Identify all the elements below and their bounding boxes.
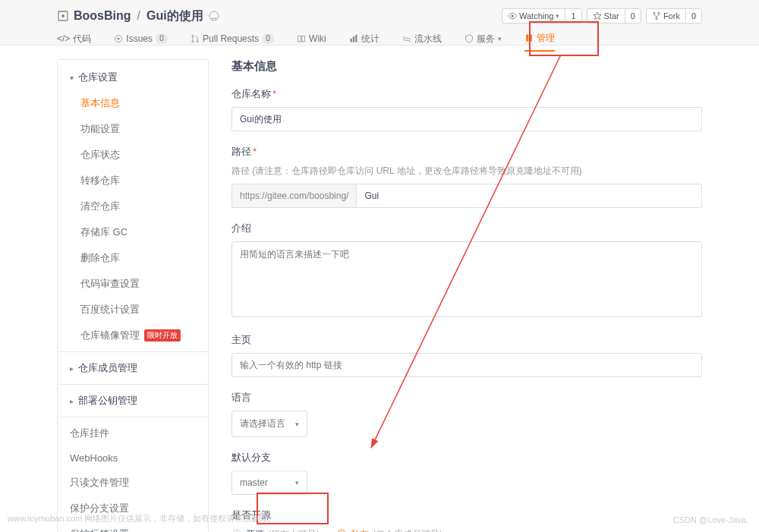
sidebar-item-mirror[interactable]: 仓库镜像管理限时开放 bbox=[58, 323, 208, 348]
radio-icon bbox=[336, 530, 347, 533]
owner-link[interactable]: BoosBing bbox=[74, 9, 131, 23]
sidebar: ▾仓库设置 基本信息 功能设置 仓库状态 转移仓库 清空仓库 存储库 GC 删除… bbox=[57, 59, 209, 532]
branch-select[interactable]: master▾ bbox=[231, 471, 307, 495]
pull-icon bbox=[191, 34, 200, 43]
radio-icon bbox=[231, 530, 242, 533]
svg-point-5 bbox=[658, 12, 660, 14]
sidebar-item-review[interactable]: 代码审查设置 bbox=[58, 271, 208, 297]
code-icon: </> bbox=[57, 33, 70, 44]
watermark-right: CSDN @Love-Java. bbox=[673, 515, 748, 524]
lang-label: 语言 bbox=[231, 391, 702, 405]
tab-stats[interactable]: 统计 bbox=[349, 26, 380, 52]
eye-icon bbox=[508, 11, 517, 20]
sidebar-group-member[interactable]: ▸仓库成员管理 bbox=[58, 355, 208, 381]
tab-pulls[interactable]: Pull Requests0 bbox=[191, 26, 274, 52]
svg-point-9 bbox=[192, 35, 194, 36]
fork-button[interactable]: Fork 0 bbox=[646, 8, 702, 24]
name-input[interactable] bbox=[231, 107, 702, 131]
intro-label: 介绍 bbox=[231, 222, 702, 235]
home-input[interactable] bbox=[231, 353, 702, 377]
repo-title: BoosBing / Gui的使用 bbox=[57, 8, 220, 24]
sidebar-item-basic[interactable]: 基本信息 bbox=[58, 90, 208, 116]
sidebar-group-repo[interactable]: ▾仓库设置 bbox=[58, 65, 208, 90]
services-icon bbox=[465, 34, 474, 43]
svg-rect-16 bbox=[530, 35, 532, 42]
svg-point-2 bbox=[209, 11, 219, 20]
stats-icon bbox=[349, 34, 358, 43]
sidebar-item-feature[interactable]: 功能设置 bbox=[58, 116, 208, 142]
path-hint: 路径 (请注意：仓库路径即仓库访问 URL 地址，更改仓库路径将导致原克隆地址不… bbox=[231, 165, 702, 178]
page-title: 基本信息 bbox=[231, 59, 702, 74]
watching-button[interactable]: Watching ▾ 1 bbox=[502, 8, 582, 24]
limited-tag: 限时开放 bbox=[144, 329, 181, 342]
tab-services[interactable]: 服务 ▾ bbox=[465, 26, 502, 52]
wiki-icon bbox=[297, 34, 306, 43]
path-input[interactable] bbox=[356, 184, 702, 208]
svg-rect-15 bbox=[526, 35, 528, 42]
name-label: 仓库名称* bbox=[231, 87, 702, 101]
issues-icon bbox=[114, 34, 123, 43]
branch-label: 默认分支 bbox=[231, 451, 702, 464]
sidebar-item-webhooks[interactable]: WebHooks bbox=[58, 446, 208, 470]
svg-point-8 bbox=[118, 38, 119, 39]
svg-point-11 bbox=[197, 41, 198, 42]
chevron-down-icon: ▾ bbox=[295, 420, 299, 428]
lang-select[interactable]: 请选择语言▾ bbox=[231, 411, 307, 437]
badge-icon bbox=[208, 10, 220, 22]
pipeline-icon bbox=[402, 34, 411, 43]
svg-rect-13 bbox=[353, 36, 354, 42]
tab-code[interactable]: </>代码 bbox=[57, 26, 91, 52]
chevron-down-icon: ▾ bbox=[295, 479, 299, 486]
svg-point-6 bbox=[656, 18, 657, 20]
svg-point-1 bbox=[61, 14, 65, 17]
path-label: 路径* bbox=[231, 145, 702, 159]
repo-icon bbox=[57, 10, 69, 22]
tab-wiki[interactable]: Wiki bbox=[297, 26, 326, 52]
sidebar-item-transfer[interactable]: 转移仓库 bbox=[58, 168, 208, 194]
radio-public[interactable]: 开源(所有人可见) bbox=[231, 528, 320, 532]
watermark-left: www.toymoban.com 网络图片仅供展示，非存储，如有侵权请联系删除。 bbox=[8, 513, 276, 524]
tab-issues[interactable]: Issues0 bbox=[114, 26, 168, 52]
admin-icon bbox=[524, 33, 534, 42]
repo-link[interactable]: Gui的使用 bbox=[146, 8, 203, 24]
intro-textarea[interactable] bbox=[231, 241, 702, 317]
fork-icon bbox=[652, 11, 661, 20]
sidebar-item-status[interactable]: 仓库状态 bbox=[58, 142, 208, 168]
svg-point-4 bbox=[653, 12, 655, 14]
svg-rect-12 bbox=[350, 39, 351, 42]
tab-admin[interactable]: 管理 bbox=[524, 26, 555, 52]
sidebar-item-hooks[interactable]: 仓库挂件 bbox=[58, 420, 208, 446]
star-button[interactable]: Star 0 bbox=[587, 8, 641, 24]
main-form: 基本信息 仓库名称* 路径* 路径 (请注意：仓库路径即仓库访问 URL 地址，… bbox=[231, 59, 702, 532]
sidebar-item-gc[interactable]: 存储库 GC bbox=[58, 219, 208, 245]
path-prefix: https://gitee.com/boosbing/ bbox=[231, 184, 356, 208]
sidebar-item-clear[interactable]: 清空仓库 bbox=[58, 194, 208, 219]
sidebar-group-key[interactable]: ▸部署公钥管理 bbox=[58, 388, 208, 414]
svg-point-3 bbox=[511, 15, 513, 17]
tab-pipeline[interactable]: 流水线 bbox=[402, 26, 442, 52]
sidebar-item-delete[interactable]: 删除仓库 bbox=[58, 245, 208, 271]
sidebar-item-baidu[interactable]: 百度统计设置 bbox=[58, 297, 208, 323]
home-label: 主页 bbox=[231, 333, 702, 347]
open-label: 是否开源 bbox=[231, 508, 702, 522]
svg-rect-14 bbox=[355, 35, 357, 42]
radio-private[interactable]: 私有(仅仓库成员可见) bbox=[336, 528, 442, 532]
svg-point-10 bbox=[192, 41, 194, 42]
star-icon bbox=[593, 11, 602, 20]
sidebar-item-readonly[interactable]: 只读文件管理 bbox=[58, 470, 208, 496]
